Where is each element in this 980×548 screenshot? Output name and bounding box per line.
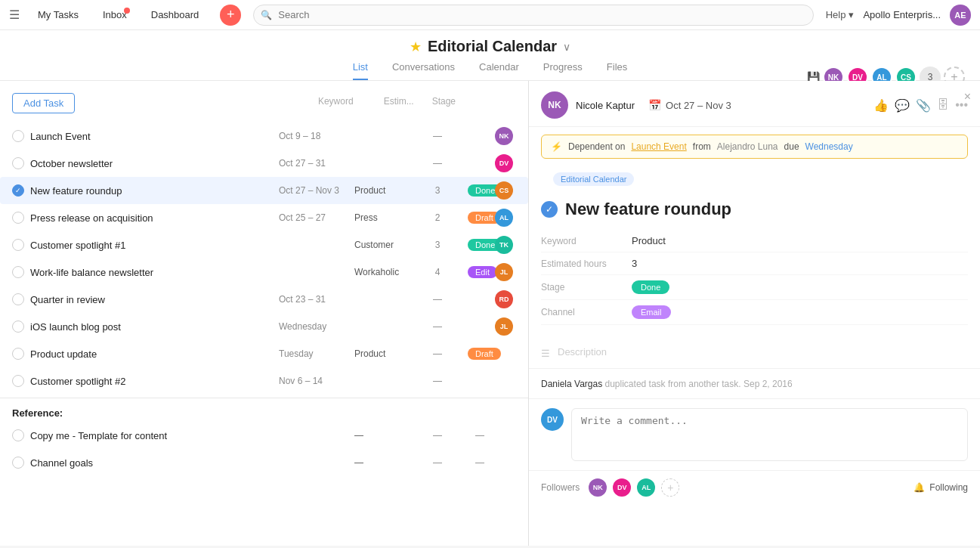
detail-assignee-name[interactable]: Nicole Kaptur <box>576 100 635 111</box>
description-icon: ☰ <box>541 348 550 359</box>
tab-progress[interactable]: Progress <box>543 61 583 80</box>
followers-label: Followers <box>541 482 580 493</box>
task-check-8[interactable] <box>12 320 24 333</box>
task-list-panel: Add Task Keyword Estim... Stage Launch E… <box>0 81 529 546</box>
close-button[interactable]: × <box>964 90 971 104</box>
task-row[interactable]: Customer spotlight #2 Nov 6 – 14 — <box>0 367 528 395</box>
field-row-channel: Channel Email <box>541 300 968 325</box>
following-button[interactable]: 🔔 Following <box>914 482 968 493</box>
date-range-text[interactable]: Oct 27 – Nov 3 <box>666 100 731 111</box>
follower-avatar-2: DV <box>613 478 631 497</box>
task-row[interactable]: Launch Event Oct 9 – 18 — NK <box>0 122 528 150</box>
help-button[interactable]: Help ▾ <box>826 9 855 20</box>
bell-icon: 🔔 <box>914 482 925 493</box>
channel-badge[interactable]: Email <box>632 305 671 319</box>
field-value-estimate[interactable]: 3 <box>632 258 637 269</box>
task-check-2[interactable] <box>12 157 24 169</box>
search-input[interactable] <box>253 5 813 26</box>
comment-icon[interactable]: 💬 <box>895 98 910 113</box>
task-check-ref-1[interactable] <box>12 429 24 441</box>
tab-list[interactable]: List <box>353 61 368 80</box>
tab-files[interactable]: Files <box>607 61 627 80</box>
task-row[interactable]: Customer spotlight #1 Customer 3 Done TK <box>0 231 528 259</box>
search-wrapper: 🔍 <box>253 5 813 26</box>
dependency-link[interactable]: Launch Event <box>631 141 686 152</box>
add-button[interactable]: + <box>220 5 241 26</box>
field-label-stage: Stage <box>541 282 632 293</box>
attachment-icon[interactable]: 📎 <box>916 98 931 113</box>
description-placeholder[interactable]: Description <box>558 346 607 358</box>
activity-row: Daniela Vargas duplicated task from anot… <box>529 369 980 399</box>
calendar-icon: 📅 <box>648 99 661 111</box>
task-check-4[interactable] <box>12 212 24 224</box>
field-value-keyword[interactable]: Product <box>632 235 666 246</box>
dependency-icon: ⚡ <box>551 141 562 152</box>
task-row[interactable]: Press release on acquisition Oct 25 – 27… <box>0 204 528 231</box>
task-check-1[interactable] <box>12 130 24 142</box>
top-nav: ☰ My Tasks Inbox Dashboard + 🔍 Help ▾ Ap… <box>0 0 980 30</box>
comment-avatar: DV <box>541 408 564 431</box>
description-row: ☰ Description <box>529 337 980 369</box>
reference-section-header: Reference: <box>0 398 528 422</box>
user-avatar[interactable]: AE <box>950 5 971 26</box>
followers-bar: Followers NK DV AL + 🔔 Following <box>529 470 980 504</box>
task-row[interactable]: Product update Tuesday Product — Draft <box>0 340 528 367</box>
detail-panel: × NK Nicole Kaptur 📅 Oct 27 – Nov 3 👍 💬 … <box>529 81 980 546</box>
task-avatar-8: JL <box>495 317 513 336</box>
add-follower-button[interactable]: + <box>661 478 679 497</box>
task-check-6[interactable] <box>12 266 24 278</box>
inbox-nav[interactable]: Inbox <box>97 6 133 23</box>
inbox-notification-dot <box>124 8 130 14</box>
activity-author: Daniela Vargas <box>541 379 602 389</box>
task-row-selected[interactable]: New feature roundup Oct 27 – Nov 3 Produ… <box>0 177 528 204</box>
dashboard-nav[interactable]: Dashboard <box>145 6 206 23</box>
task-check-3[interactable] <box>12 184 24 197</box>
stage-badge[interactable]: Done <box>632 280 669 294</box>
project-dropdown-icon[interactable]: ∨ <box>563 41 570 53</box>
detail-assignee-avatar: NK <box>541 91 568 119</box>
comment-area: DV <box>529 399 980 470</box>
task-avatar-2: DV <box>495 154 513 172</box>
task-avatar-5: TK <box>495 236 513 254</box>
task-check-9[interactable] <box>12 348 24 360</box>
tab-calendar[interactable]: Calendar <box>479 61 519 80</box>
task-check-ref-2[interactable] <box>12 457 24 469</box>
add-task-button[interactable]: Add Task <box>12 93 75 113</box>
following-label: Following <box>929 482 968 493</box>
task-row[interactable]: Work-life balance newsletter Workaholic … <box>0 259 528 286</box>
detail-fields: Keyword Product Estimated hours 3 Stage … <box>529 230 980 337</box>
field-label-estimate: Estimated hours <box>541 259 632 269</box>
comment-input[interactable] <box>571 408 968 461</box>
column-stage: Stage <box>432 96 456 107</box>
task-row[interactable]: iOS launch blog post Wednesday — JL <box>0 313 528 340</box>
my-tasks-nav[interactable]: My Tasks <box>32 6 85 23</box>
main-content: Add Task Keyword Estim... Stage Launch E… <box>0 81 980 546</box>
task-check-5[interactable] <box>12 239 24 251</box>
task-row-ref-2[interactable]: Channel goals — — — <box>0 449 528 476</box>
calendar-badge[interactable]: Editorial Calendar <box>553 172 634 186</box>
task-check-7[interactable] <box>12 293 24 305</box>
task-check-10[interactable] <box>12 375 24 387</box>
dependency-due: Wednesday <box>805 141 853 152</box>
hamburger-icon[interactable]: ☰ <box>9 8 20 22</box>
detail-task-check[interactable] <box>541 201 558 218</box>
task-row[interactable]: October newsletter Oct 27 – 31 — DV <box>0 150 528 177</box>
column-estimate: Estim... <box>384 96 414 107</box>
task-avatar-7: RD <box>495 290 513 308</box>
org-name[interactable]: Apollo Enterpris... <box>863 9 941 20</box>
project-star-icon[interactable]: ★ <box>410 39 422 55</box>
follower-avatar-3: AL <box>637 478 655 497</box>
field-label-keyword: Keyword <box>541 236 632 246</box>
task-row[interactable]: Quarter in review Oct 23 – 31 — RD <box>0 286 528 313</box>
field-row-keyword: Keyword Product <box>541 230 968 252</box>
project-title-row: ★ Editorial Calendar ∨ <box>0 38 980 55</box>
detail-date-range: 📅 Oct 27 – Nov 3 <box>648 99 731 111</box>
project-title: Editorial Calendar <box>428 38 557 55</box>
task-row-ref-1[interactable]: Copy me - Template for content — — — <box>0 422 528 449</box>
activity-date: Sep 2, 2016 <box>744 379 793 389</box>
detail-header: NK Nicole Kaptur 📅 Oct 27 – Nov 3 👍 💬 📎 … <box>529 81 980 127</box>
thumbs-up-icon[interactable]: 👍 <box>873 98 889 113</box>
archive-icon[interactable]: 🗄 <box>937 98 949 113</box>
tab-conversations[interactable]: Conversations <box>392 61 455 80</box>
follower-avatar-1: NK <box>589 478 607 497</box>
